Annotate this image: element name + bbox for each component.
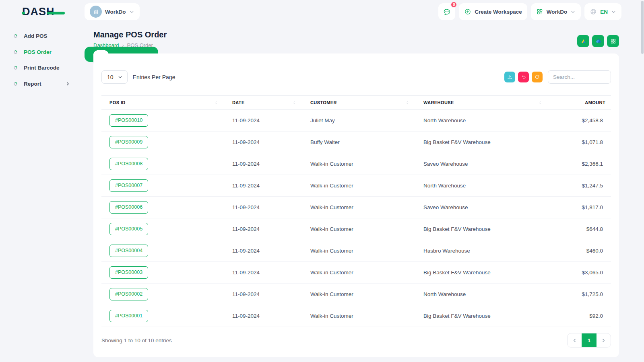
amount-cell: $2,366.1	[548, 153, 611, 175]
sidebar-item[interactable]: POS Order	[5, 46, 78, 58]
column-label: POS ID	[109, 100, 126, 105]
download-icon	[507, 74, 513, 80]
logo-accent-bar	[47, 12, 65, 14]
pos-id-button[interactable]: #POS00007	[109, 179, 148, 192]
sidebar-item-label: POS Order	[24, 49, 52, 55]
previous-page-button[interactable]	[568, 333, 582, 347]
google-drive-button[interactable]	[577, 35, 589, 47]
search-input[interactable]	[548, 70, 611, 84]
pos-id-button[interactable]: #POS00008	[109, 158, 148, 170]
amount-cell: $1,247.5	[548, 175, 611, 197]
grid-plus-icon	[536, 8, 543, 15]
page-number-current[interactable]: 1	[582, 333, 597, 347]
customer-cell: Juliet May	[302, 110, 415, 132]
sort-icon[interactable]	[292, 100, 297, 105]
next-page-button[interactable]	[597, 333, 611, 347]
amount-cell: $1,071.8	[548, 132, 611, 153]
reset-button[interactable]	[518, 72, 529, 82]
sort-icon[interactable]	[405, 100, 410, 105]
sidebar-item-label: Add POS	[24, 33, 47, 39]
create-workspace-label: Create Workspace	[475, 9, 522, 15]
amount-cell: $644.8	[548, 218, 611, 240]
warehouse-cell: Big Basket F&V Warehouse	[415, 305, 548, 327]
onedrive-icon	[595, 38, 602, 45]
column-header-warehouse[interactable]: WAREHOUSE	[415, 96, 548, 110]
donut-bullet-icon	[13, 81, 18, 86]
amount-cell: $1,817.0	[548, 197, 611, 218]
workspace-switcher[interactable]: WorkDo	[85, 3, 140, 20]
chevron-down-icon	[129, 9, 134, 14]
refresh-button[interactable]	[532, 72, 543, 82]
breadcrumb-current: POS Order	[127, 42, 153, 48]
entries-per-page-value: 10	[107, 74, 114, 80]
chevron-right-icon	[601, 338, 606, 343]
entries-per-page-label: Entries Per Page	[133, 74, 175, 80]
gdrive-icon	[580, 38, 587, 45]
onedrive-button[interactable]	[592, 35, 604, 47]
workspace-name: WorkDo	[105, 9, 126, 15]
create-workspace-button[interactable]: Create Workspace	[459, 3, 527, 20]
date-cell: 11-09-2024	[224, 262, 302, 284]
brand-logo[interactable]: DASH	[22, 6, 85, 18]
grid-view-button[interactable]	[607, 35, 619, 47]
warehouse-cell: Saveo Warehouse	[415, 197, 548, 218]
warehouse-cell: Big Basket F&V Warehouse	[415, 262, 548, 284]
table-row: #POS00001 11-09-2024 Walk-in Customer Bi…	[101, 305, 611, 327]
amount-cell: $92.0	[548, 305, 611, 327]
pos-id-button[interactable]: #POS00004	[109, 245, 148, 257]
column-header-pos-id[interactable]: POS ID	[101, 96, 224, 110]
pos-id-button[interactable]: #POS00009	[109, 136, 148, 148]
pos-id-button[interactable]: #POS00002	[109, 288, 148, 300]
sidebar-item-label: Report	[24, 81, 41, 87]
pos-id-button[interactable]: #POS00006	[109, 201, 148, 214]
column-header-amount[interactable]: AMOUNT	[548, 96, 611, 110]
warehouse-cell: Saveo Warehouse	[415, 153, 548, 175]
column-header-date[interactable]: DATE	[224, 96, 302, 110]
amount-cell: $460.0	[548, 240, 611, 262]
breadcrumb-separator: ›	[122, 43, 124, 48]
table-header-row: POS ID DATE CUSTOMER WAREHOUSE AMOUNT	[101, 96, 611, 110]
chevron-down-icon	[570, 9, 576, 14]
scrollbar-thumb[interactable]	[641, 1, 644, 54]
app-menu-button[interactable]: WorkDo	[531, 3, 581, 20]
page-title: Manage POS Order	[93, 30, 167, 39]
chat-icon	[443, 8, 451, 16]
pos-id-button[interactable]: #POS00001	[109, 310, 148, 322]
pagination: 1	[567, 333, 611, 348]
customer-cell: Walk-in Customer	[302, 153, 415, 175]
warehouse-cell: Big Basket F&V Warehouse	[415, 132, 548, 153]
sort-icon[interactable]	[214, 100, 219, 105]
pos-id-button[interactable]: #POS00005	[109, 223, 148, 235]
table-row: #POS00006 11-09-2024 Walk-in Customer Sa…	[101, 197, 611, 218]
sidebar-item[interactable]: Print Barcode	[5, 62, 78, 74]
plus-circle-icon	[464, 8, 471, 15]
table-row: #POS00010 11-09-2024 Juliet May North Wa…	[101, 110, 611, 132]
column-header-customer[interactable]: CUSTOMER	[302, 96, 415, 110]
sidebar-item[interactable]: Add POS	[5, 30, 78, 42]
donut-bullet-icon	[13, 65, 18, 70]
table-row: #POS00008 11-09-2024 Walk-in Customer Sa…	[101, 153, 611, 175]
amount-cell: $1,725.0	[548, 284, 611, 305]
pos-id-button[interactable]: #POS00010	[109, 114, 148, 127]
date-cell: 11-09-2024	[224, 132, 302, 153]
column-label: DATE	[232, 100, 245, 105]
export-download-button[interactable]	[504, 72, 515, 82]
date-cell: 11-09-2024	[224, 240, 302, 262]
chevron-down-icon	[118, 74, 123, 80]
header-action-buttons	[577, 35, 619, 47]
column-label: CUSTOMER	[310, 100, 337, 105]
entries-summary: Showing 1 to 10 of 10 entries	[101, 337, 172, 343]
table-controls: 10 Entries Per Page	[101, 70, 611, 84]
undo-icon	[520, 74, 526, 80]
messages-button[interactable]: 0	[438, 3, 455, 20]
sort-icon[interactable]	[538, 100, 543, 105]
table-row: #POS00004 11-09-2024 Walk-in Customer Ha…	[101, 240, 611, 262]
date-cell: 11-09-2024	[224, 153, 302, 175]
pos-id-button[interactable]: #POS00003	[109, 266, 148, 279]
breadcrumb-dashboard-link[interactable]: Dashboard	[93, 42, 119, 48]
entries-per-page-select[interactable]: 10	[101, 70, 128, 84]
date-cell: 11-09-2024	[224, 197, 302, 218]
sidebar-item[interactable]: Report	[5, 78, 78, 90]
customer-cell: Walk-in Customer	[302, 197, 415, 218]
language-selector[interactable]: EN	[584, 3, 621, 20]
